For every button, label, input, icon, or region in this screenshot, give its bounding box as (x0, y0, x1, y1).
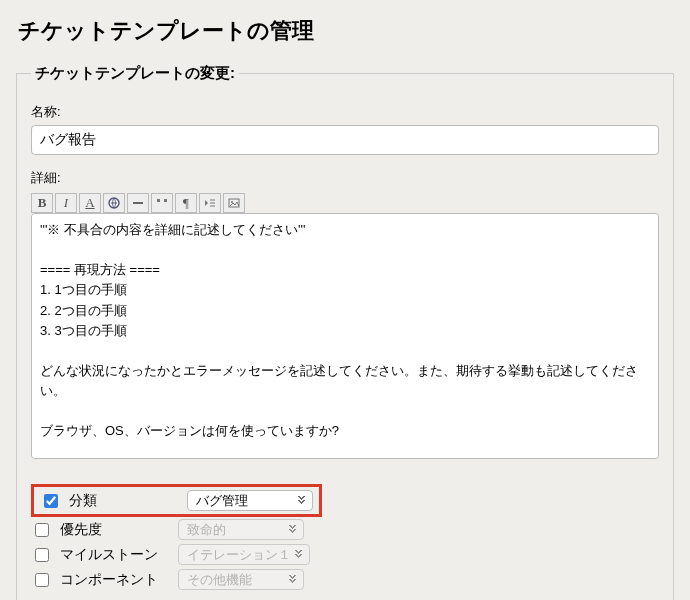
image-icon[interactable] (223, 193, 245, 213)
component-select[interactable]: その他機能 (178, 569, 304, 590)
milestone-checkbox[interactable] (35, 548, 49, 562)
category-label: 分類 (69, 492, 179, 510)
detail-label: 詳細: (31, 169, 659, 187)
milestone-label: マイルストーン (60, 546, 170, 564)
hr-icon[interactable] (127, 193, 149, 213)
svg-rect-3 (164, 199, 167, 202)
bold-icon[interactable]: B (31, 193, 53, 213)
category-select[interactable]: バグ管理 (187, 490, 313, 511)
name-field: 名称: (31, 103, 659, 155)
highlight-annotation: 分類 バグ管理 (31, 484, 322, 517)
template-edit-fieldset: チケットテンプレートの変更: 名称: 詳細: B I A ¶ (16, 64, 674, 600)
fieldset-legend: チケットテンプレートの変更: (31, 64, 239, 83)
component-label: コンポーネント (60, 571, 170, 589)
quote-icon[interactable] (151, 193, 173, 213)
option-row-category: 分類 バグ管理 (40, 490, 313, 511)
svg-rect-2 (157, 199, 160, 202)
milestone-select[interactable]: イテレーション１ (178, 544, 310, 565)
link-icon[interactable] (103, 193, 125, 213)
editor-toolbar: B I A ¶ (31, 191, 659, 213)
option-row-priority: 優先度 致命的 (31, 517, 659, 542)
priority-label: 優先度 (60, 521, 170, 539)
category-checkbox[interactable] (44, 494, 58, 508)
field-options: 分類 バグ管理 優先度 致命的 マイルストーン イテレーション１ コンポーネント (31, 484, 659, 592)
component-checkbox[interactable] (35, 573, 49, 587)
detail-textarea[interactable] (31, 213, 659, 459)
paragraph-icon[interactable]: ¶ (175, 193, 197, 213)
page-title: チケットテンプレートの管理 (18, 16, 676, 46)
indent-icon[interactable] (199, 193, 221, 213)
option-row-milestone: マイルストーン イテレーション１ (31, 542, 659, 567)
underline-icon[interactable]: A (79, 193, 101, 213)
priority-select[interactable]: 致命的 (178, 519, 304, 540)
priority-checkbox[interactable] (35, 523, 49, 537)
option-row-component: コンポーネント その他機能 (31, 567, 659, 592)
name-label: 名称: (31, 103, 659, 121)
name-input[interactable] (31, 125, 659, 155)
italic-icon[interactable]: I (55, 193, 77, 213)
detail-field: 詳細: B I A ¶ (31, 169, 659, 462)
